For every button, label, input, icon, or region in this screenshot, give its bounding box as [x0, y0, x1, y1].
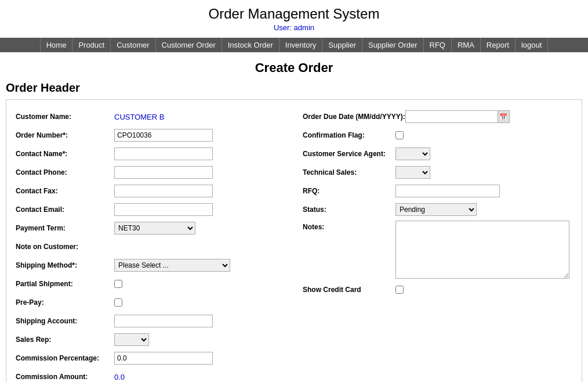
contact-email-label: Contact Email: [16, 206, 114, 214]
shipping-account-row: Shipping Account: [16, 313, 285, 329]
contact-fax-input[interactable] [114, 185, 213, 197]
commission-pct-input[interactable] [114, 352, 213, 365]
order-number-input[interactable] [114, 129, 213, 142]
status-row: Status: Pending Active Closed Cancelled [303, 202, 572, 217]
nav-item-supplier[interactable]: Supplier [322, 38, 362, 52]
nav-item-home[interactable]: Home [40, 38, 73, 52]
notes-row: Notes: [303, 221, 572, 279]
app-header: Order Management System User: admin [0, 0, 588, 38]
contact-name-row: Contact Name*: [16, 146, 285, 161]
contact-fax-label: Contact Fax: [16, 187, 114, 195]
form-container: Customer Name: CUSTOMER B Order Number*:… [6, 99, 582, 382]
technical-sales-select[interactable] [395, 166, 430, 179]
shipping-method-select[interactable]: Please Select ... FedEx UPS USPS [114, 259, 230, 272]
note-label: Note on Customer: [16, 243, 114, 251]
right-form-column: Order Due Date (MM/dd/YYYY): 📅 Confirmat… [303, 109, 572, 382]
sales-rep-label: Sales Rep: [16, 336, 114, 344]
note-row: Note on Customer: [16, 239, 285, 254]
sales-rep-select[interactable] [114, 333, 149, 346]
contact-email-input[interactable] [114, 203, 213, 216]
confirmation-flag-label: Confirmation Flag: [303, 131, 395, 139]
commission-pct-label: Commission Percentage: [16, 354, 114, 362]
customer-name-row: Customer Name: CUSTOMER B [16, 109, 285, 124]
due-date-wrapper: 📅 [405, 110, 510, 123]
customer-service-row: Customer Service Agent: [303, 146, 572, 161]
nav-item-customer[interactable]: Customer [111, 38, 155, 52]
commission-amt-value: 0.0 [114, 373, 125, 381]
partial-shipment-checkbox[interactable] [114, 280, 122, 288]
technical-sales-label: Technical Sales: [303, 168, 395, 176]
nav-item-logout[interactable]: logout [516, 38, 548, 52]
confirmation-flag-checkbox[interactable] [395, 131, 404, 139]
user-info: User: admin [0, 23, 588, 32]
shipping-account-label: Shipping Account: [16, 317, 114, 325]
status-select[interactable]: Pending Active Closed Cancelled [395, 203, 477, 216]
pre-pay-checkbox[interactable] [114, 298, 122, 307]
nav-item-instock-order[interactable]: Instock Order [222, 38, 280, 52]
commission-amt-row: Commission Amount: 0.0 [16, 369, 285, 382]
pre-pay-row: Pre-Pay: [16, 295, 285, 310]
due-date-row: Order Due Date (MM/dd/YYYY): 📅 [303, 109, 572, 124]
shipping-method-row: Shipping Method*: Please Select ... FedE… [16, 258, 285, 273]
show-credit-card-row: Show Credit Card [303, 282, 572, 297]
contact-name-label: Contact Name*: [16, 150, 114, 158]
payment-term-row: Payment Term: NET30 NET60 COD [16, 221, 285, 236]
contact-phone-input[interactable] [114, 166, 213, 179]
payment-term-select[interactable]: NET30 NET60 COD [114, 222, 195, 235]
customer-service-label: Customer Service Agent: [303, 150, 395, 158]
notes-textarea[interactable] [395, 221, 569, 279]
shipping-account-input[interactable] [114, 315, 213, 327]
rfq-row: RFQ: [303, 183, 572, 199]
contact-phone-row: Contact Phone: [16, 165, 285, 180]
commission-pct-row: Commission Percentage: [16, 351, 285, 366]
show-credit-card-label: Show Credit Card [303, 286, 395, 294]
due-date-calendar-icon[interactable]: 📅 [498, 110, 510, 123]
contact-phone-label: Contact Phone: [16, 168, 114, 176]
nav-item-supplier-order[interactable]: Supplier Order [362, 38, 424, 52]
rfq-input[interactable] [395, 185, 500, 197]
customer-service-select[interactable] [395, 147, 430, 160]
contact-name-input[interactable] [114, 147, 213, 160]
payment-term-label: Payment Term: [16, 224, 114, 232]
rfq-label: RFQ: [303, 187, 395, 195]
page-title: Create Order [0, 60, 588, 75]
contact-fax-row: Contact Fax: [16, 183, 285, 199]
due-date-label: Order Due Date (MM/dd/YYYY): [303, 113, 405, 121]
nav-bar: HomeProductCustomerCustomer OrderInstock… [0, 38, 588, 52]
notes-label: Notes: [303, 221, 395, 231]
status-label: Status: [303, 206, 395, 214]
partial-shipment-row: Partial Shipment: [16, 276, 285, 291]
commission-amt-label: Commission Amount: [16, 373, 114, 381]
nav-item-rma[interactable]: RMA [452, 38, 481, 52]
technical-sales-row: Technical Sales: [303, 165, 572, 180]
customer-name-label: Customer Name: [16, 113, 114, 121]
left-form-column: Customer Name: CUSTOMER B Order Number*:… [16, 109, 285, 382]
section-title: Order Header [6, 81, 582, 95]
pre-pay-label: Pre-Pay: [16, 298, 114, 307]
order-header-section: Order Header Customer Name: CUSTOMER B O… [6, 81, 582, 382]
nav-item-rfq[interactable]: RFQ [424, 38, 452, 52]
show-credit-card-checkbox[interactable] [395, 286, 404, 294]
contact-email-row: Contact Email: [16, 202, 285, 217]
shipping-method-label: Shipping Method*: [16, 261, 114, 269]
nav-item-inventory[interactable]: Inventory [280, 38, 322, 52]
app-title: Order Management System [0, 6, 588, 22]
sales-rep-row: Sales Rep: [16, 332, 285, 347]
nav-item-customer-order[interactable]: Customer Order [156, 38, 222, 52]
customer-name-value: CUSTOMER B [114, 113, 164, 121]
order-number-row: Order Number*: [16, 128, 285, 143]
order-number-label: Order Number*: [16, 131, 114, 139]
due-date-input[interactable] [405, 110, 498, 123]
nav-item-report[interactable]: Report [481, 38, 516, 52]
nav-item-product[interactable]: Product [72, 38, 111, 52]
confirmation-flag-row: Confirmation Flag: [303, 128, 572, 143]
partial-shipment-label: Partial Shipment: [16, 280, 114, 288]
